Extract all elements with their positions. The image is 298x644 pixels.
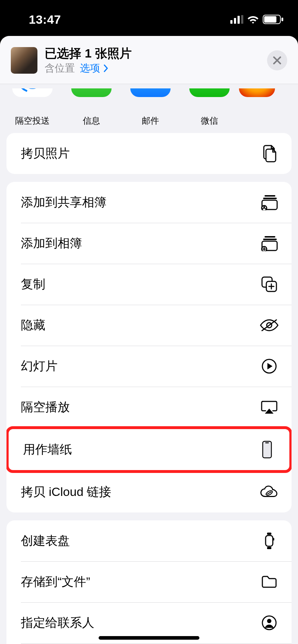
wallpaper-icon bbox=[262, 441, 272, 459]
chevron-right-icon bbox=[103, 64, 109, 72]
action-label: 添加到相簿 bbox=[21, 235, 82, 252]
action-label: 指定给联系人 bbox=[21, 615, 94, 631]
svg-rect-18 bbox=[265, 195, 275, 197]
close-icon bbox=[272, 56, 282, 65]
airplay-icon bbox=[261, 400, 278, 414]
svg-rect-33 bbox=[265, 442, 269, 443]
watch-icon bbox=[264, 532, 275, 550]
actions-list: 拷贝照片 添加到共享相簿 添加到相簿 bbox=[0, 133, 298, 644]
action-label: 复制 bbox=[21, 276, 45, 293]
status-icons bbox=[230, 15, 284, 24]
svg-rect-5 bbox=[264, 16, 276, 23]
svg-rect-3 bbox=[241, 15, 243, 24]
status-time: 13:47 bbox=[29, 13, 61, 27]
selection-subtitle: 含位置 选项 bbox=[45, 61, 267, 75]
svg-rect-38 bbox=[267, 547, 271, 549]
app-wechat[interactable]: 微信 bbox=[180, 88, 239, 126]
action-save-to-files[interactable]: 存储到“文件” bbox=[6, 561, 292, 602]
folder-icon bbox=[261, 575, 278, 589]
app-airdrop[interactable]: 隔空投送 bbox=[3, 88, 62, 126]
wechat-icon bbox=[194, 88, 225, 89]
shared-album-icon bbox=[260, 194, 278, 210]
app-mail[interactable]: 邮件 bbox=[121, 88, 180, 126]
action-label: 隐藏 bbox=[21, 317, 45, 334]
close-button[interactable] bbox=[267, 50, 287, 70]
selection-title: 已选择 1 张照片 bbox=[45, 46, 267, 61]
svg-rect-19 bbox=[263, 198, 277, 199]
action-group: 添加到共享相簿 添加到相簿 复制 bbox=[6, 182, 292, 512]
svg-rect-1 bbox=[234, 18, 236, 24]
svg-rect-37 bbox=[267, 533, 271, 535]
contact-icon bbox=[261, 615, 277, 631]
svg-point-41 bbox=[267, 619, 271, 623]
action-label: 隔空播放 bbox=[21, 399, 70, 415]
action-group: 创建表盘 存储到“文件” 指定给联系人 bbox=[6, 520, 292, 644]
svg-rect-6 bbox=[281, 18, 283, 21]
status-bar: 13:47 bbox=[0, 0, 298, 32]
cellular-signal-icon bbox=[230, 15, 243, 24]
action-label: 创建表盘 bbox=[21, 533, 70, 549]
app-label: 邮件 bbox=[142, 115, 159, 126]
highlight-callout: 用作墙纸 bbox=[6, 426, 292, 473]
wifi-icon bbox=[247, 15, 259, 24]
svg-rect-0 bbox=[230, 20, 232, 24]
share-sheet: 已选择 1 张照片 含位置 选项 bbox=[0, 36, 298, 644]
play-icon bbox=[261, 358, 277, 374]
action-label: 用作墙纸 bbox=[23, 441, 72, 458]
action-add-album[interactable]: 添加到相簿 bbox=[6, 223, 292, 264]
airdrop-icon bbox=[16, 88, 49, 93]
action-airplay[interactable]: 隔空播放 bbox=[6, 387, 292, 428]
svg-rect-36 bbox=[266, 535, 273, 546]
svg-rect-32 bbox=[263, 441, 271, 458]
svg-rect-39 bbox=[273, 538, 274, 540]
app-share-row[interactable]: 隔空投送 信息 邮件 bbox=[0, 84, 298, 133]
action-add-shared-album[interactable]: 添加到共享相簿 bbox=[6, 182, 292, 223]
action-label: 拷贝 iCloud 链接 bbox=[21, 484, 111, 500]
app-messages[interactable]: 信息 bbox=[62, 88, 121, 126]
photo-thumbnail[interactable] bbox=[11, 47, 37, 74]
action-group: 拷贝照片 bbox=[6, 133, 292, 174]
svg-rect-2 bbox=[238, 16, 240, 24]
app-label: 隔空投送 bbox=[15, 115, 50, 126]
svg-rect-23 bbox=[265, 236, 275, 238]
svg-rect-24 bbox=[263, 239, 277, 240]
action-label: 拷贝照片 bbox=[21, 145, 70, 162]
share-sheet-header: 已选择 1 张照片 含位置 选项 bbox=[0, 36, 298, 84]
action-label: 幻灯片 bbox=[21, 358, 58, 374]
hide-icon bbox=[260, 318, 279, 332]
location-included-label: 含位置 bbox=[45, 63, 75, 74]
action-copy-photo[interactable]: 拷贝照片 bbox=[6, 133, 292, 174]
battery-icon bbox=[263, 15, 284, 24]
action-create-watchface[interactable]: 创建表盘 bbox=[6, 520, 292, 561]
action-hide[interactable]: 隐藏 bbox=[6, 305, 292, 346]
action-label: 存储到“文件” bbox=[21, 574, 90, 590]
app-more[interactable] bbox=[239, 88, 275, 126]
svg-point-10 bbox=[16, 88, 49, 93]
options-link[interactable]: 选项 bbox=[80, 63, 109, 74]
add-album-icon bbox=[260, 235, 278, 251]
app-label: 微信 bbox=[201, 115, 218, 126]
action-slideshow[interactable]: 幻灯片 bbox=[6, 346, 292, 387]
app-label: 信息 bbox=[83, 115, 100, 126]
action-use-as-wallpaper[interactable]: 用作墙纸 bbox=[9, 429, 289, 470]
copy-docs-icon bbox=[261, 144, 278, 163]
duplicate-icon bbox=[261, 276, 277, 293]
home-indicator[interactable] bbox=[99, 636, 199, 640]
svg-point-22 bbox=[263, 206, 265, 208]
action-copy-icloud-link[interactable]: 拷贝 iCloud 链接 bbox=[6, 472, 292, 512]
messages-icon bbox=[77, 88, 106, 91]
icloud-link-icon bbox=[260, 485, 279, 499]
action-duplicate[interactable]: 复制 bbox=[6, 264, 292, 305]
action-label: 添加到共享相簿 bbox=[21, 194, 107, 211]
